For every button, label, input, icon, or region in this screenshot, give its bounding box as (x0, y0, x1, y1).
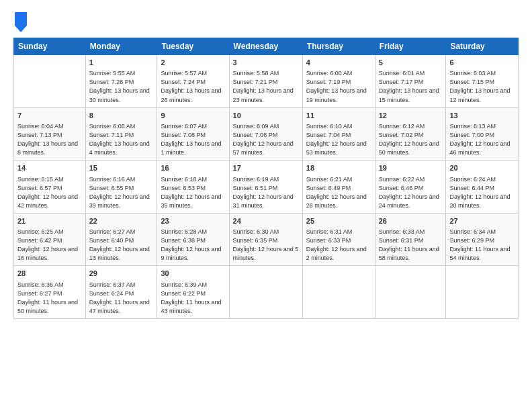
column-header-monday: Monday (85, 38, 157, 55)
calendar-cell: 7Sunrise: 6:04 AMSunset: 7:13 PMDaylight… (14, 107, 86, 161)
day-number: 15 (89, 163, 154, 173)
day-number: 7 (17, 111, 82, 121)
calendar-cell: 27Sunrise: 6:34 AMSunset: 6:29 PMDayligh… (446, 213, 519, 266)
day-info: Sunrise: 5:55 AMSunset: 7:26 PMDaylight:… (89, 69, 154, 104)
day-number: 10 (233, 111, 299, 121)
logo-icon (15, 12, 27, 32)
svg-marker-0 (15, 12, 27, 32)
page: SundayMondayTuesdayWednesdayThursdayFrid… (0, 0, 532, 411)
day-number: 21 (17, 216, 82, 226)
day-info: Sunrise: 6:01 AMSunset: 7:17 PMDaylight:… (379, 69, 443, 104)
calendar-cell: 3Sunrise: 5:58 AMSunset: 7:21 PMDaylight… (229, 55, 302, 108)
calendar-header-row: SundayMondayTuesdayWednesdayThursdayFrid… (14, 38, 519, 55)
calendar-cell (446, 266, 519, 319)
day-info: Sunrise: 6:21 AMSunset: 6:49 PMDaylight:… (306, 175, 371, 210)
calendar-cell: 4Sunrise: 6:00 AMSunset: 7:19 PMDaylight… (302, 55, 375, 108)
day-info: Sunrise: 6:27 AMSunset: 6:40 PMDaylight:… (89, 228, 154, 263)
calendar-cell: 5Sunrise: 6:01 AMSunset: 7:17 PMDaylight… (375, 55, 446, 108)
calendar-cell: 29Sunrise: 6:37 AMSunset: 6:24 PMDayligh… (85, 266, 157, 319)
calendar-cell: 18Sunrise: 6:21 AMSunset: 6:49 PMDayligh… (302, 161, 375, 214)
day-number: 30 (161, 269, 225, 279)
calendar-week-row: 21Sunrise: 6:25 AMSunset: 6:42 PMDayligh… (14, 213, 519, 266)
day-info: Sunrise: 6:24 AMSunset: 6:44 PMDaylight:… (449, 175, 515, 210)
day-info: Sunrise: 6:28 AMSunset: 6:38 PMDaylight:… (161, 228, 225, 263)
day-info: Sunrise: 6:22 AMSunset: 6:46 PMDaylight:… (379, 175, 443, 210)
day-info: Sunrise: 5:57 AMSunset: 7:24 PMDaylight:… (161, 69, 225, 104)
day-info: Sunrise: 6:03 AMSunset: 7:15 PMDaylight:… (449, 69, 515, 104)
calendar-cell: 10Sunrise: 6:09 AMSunset: 7:06 PMDayligh… (229, 107, 302, 161)
day-info: Sunrise: 6:10 AMSunset: 7:04 PMDaylight:… (306, 122, 371, 157)
day-number: 28 (17, 269, 82, 279)
day-number: 25 (306, 216, 371, 226)
column-header-thursday: Thursday (302, 38, 375, 55)
calendar-cell: 13Sunrise: 6:13 AMSunset: 7:00 PMDayligh… (446, 107, 519, 161)
day-info: Sunrise: 6:07 AMSunset: 7:08 PMDaylight:… (161, 122, 225, 157)
calendar-cell: 15Sunrise: 6:16 AMSunset: 6:55 PMDayligh… (85, 161, 157, 214)
day-info: Sunrise: 6:25 AMSunset: 6:42 PMDaylight:… (17, 228, 82, 263)
calendar-cell: 30Sunrise: 6:39 AMSunset: 6:22 PMDayligh… (157, 266, 229, 319)
calendar-cell (302, 266, 375, 319)
column-header-friday: Friday (375, 38, 446, 55)
calendar-cell: 19Sunrise: 6:22 AMSunset: 6:46 PMDayligh… (375, 161, 446, 214)
calendar-cell: 2Sunrise: 5:57 AMSunset: 7:24 PMDaylight… (157, 55, 229, 108)
day-number: 24 (233, 216, 299, 226)
calendar-cell: 1Sunrise: 5:55 AMSunset: 7:26 PMDaylight… (85, 55, 157, 108)
header (13, 12, 519, 32)
day-number: 16 (161, 163, 225, 173)
day-number: 18 (306, 163, 371, 173)
calendar-cell: 28Sunrise: 6:36 AMSunset: 6:27 PMDayligh… (14, 266, 86, 319)
day-number: 1 (89, 58, 154, 68)
day-info: Sunrise: 6:34 AMSunset: 6:29 PMDaylight:… (449, 228, 515, 263)
column-header-saturday: Saturday (446, 38, 519, 55)
day-info: Sunrise: 6:15 AMSunset: 6:57 PMDaylight:… (17, 175, 82, 210)
day-number: 4 (306, 58, 371, 68)
calendar-cell (375, 266, 446, 319)
day-info: Sunrise: 6:18 AMSunset: 6:53 PMDaylight:… (161, 175, 225, 210)
calendar-cell: 6Sunrise: 6:03 AMSunset: 7:15 PMDaylight… (446, 55, 519, 108)
day-number: 20 (449, 163, 515, 173)
calendar-week-row: 14Sunrise: 6:15 AMSunset: 6:57 PMDayligh… (14, 161, 519, 214)
day-info: Sunrise: 6:19 AMSunset: 6:51 PMDaylight:… (233, 175, 299, 210)
logo (13, 12, 27, 32)
calendar-cell: 23Sunrise: 6:28 AMSunset: 6:38 PMDayligh… (157, 213, 229, 266)
day-info: Sunrise: 6:04 AMSunset: 7:13 PMDaylight:… (17, 122, 82, 157)
day-info: Sunrise: 6:31 AMSunset: 6:33 PMDaylight:… (306, 228, 371, 263)
calendar-cell (229, 266, 302, 319)
day-number: 29 (89, 269, 154, 279)
calendar-cell: 22Sunrise: 6:27 AMSunset: 6:40 PMDayligh… (85, 213, 157, 266)
day-number: 2 (161, 58, 225, 68)
day-info: Sunrise: 6:06 AMSunset: 7:11 PMDaylight:… (89, 122, 154, 157)
day-number: 14 (17, 163, 82, 173)
calendar-cell: 25Sunrise: 6:31 AMSunset: 6:33 PMDayligh… (302, 213, 375, 266)
calendar-cell (14, 55, 86, 108)
day-number: 11 (306, 111, 371, 121)
day-number: 12 (379, 111, 443, 121)
day-number: 17 (233, 163, 299, 173)
calendar-table: SundayMondayTuesdayWednesdayThursdayFrid… (13, 38, 519, 319)
day-info: Sunrise: 6:37 AMSunset: 6:24 PMDaylight:… (89, 281, 154, 316)
calendar-cell: 24Sunrise: 6:30 AMSunset: 6:35 PMDayligh… (229, 213, 302, 266)
column-header-wednesday: Wednesday (229, 38, 302, 55)
day-number: 19 (379, 163, 443, 173)
day-info: Sunrise: 6:16 AMSunset: 6:55 PMDaylight:… (89, 175, 154, 210)
day-info: Sunrise: 6:00 AMSunset: 7:19 PMDaylight:… (306, 69, 371, 104)
calendar-cell: 20Sunrise: 6:24 AMSunset: 6:44 PMDayligh… (446, 161, 519, 214)
day-info: Sunrise: 6:33 AMSunset: 6:31 PMDaylight:… (379, 228, 443, 263)
day-number: 27 (449, 216, 515, 226)
calendar-week-row: 28Sunrise: 6:36 AMSunset: 6:27 PMDayligh… (14, 266, 519, 319)
day-number: 13 (449, 111, 515, 121)
calendar-cell: 8Sunrise: 6:06 AMSunset: 7:11 PMDaylight… (85, 107, 157, 161)
calendar-cell: 21Sunrise: 6:25 AMSunset: 6:42 PMDayligh… (14, 213, 86, 266)
column-header-sunday: Sunday (14, 38, 86, 55)
calendar-cell: 9Sunrise: 6:07 AMSunset: 7:08 PMDaylight… (157, 107, 229, 161)
calendar-cell: 12Sunrise: 6:12 AMSunset: 7:02 PMDayligh… (375, 107, 446, 161)
calendar-cell: 11Sunrise: 6:10 AMSunset: 7:04 PMDayligh… (302, 107, 375, 161)
day-number: 9 (161, 111, 225, 121)
day-info: Sunrise: 6:13 AMSunset: 7:00 PMDaylight:… (449, 122, 515, 157)
day-info: Sunrise: 6:36 AMSunset: 6:27 PMDaylight:… (17, 281, 82, 316)
day-number: 23 (161, 216, 225, 226)
calendar-week-row: 1Sunrise: 5:55 AMSunset: 7:26 PMDaylight… (14, 55, 519, 108)
calendar-cell: 14Sunrise: 6:15 AMSunset: 6:57 PMDayligh… (14, 161, 86, 214)
day-number: 22 (89, 216, 154, 226)
day-number: 26 (379, 216, 443, 226)
